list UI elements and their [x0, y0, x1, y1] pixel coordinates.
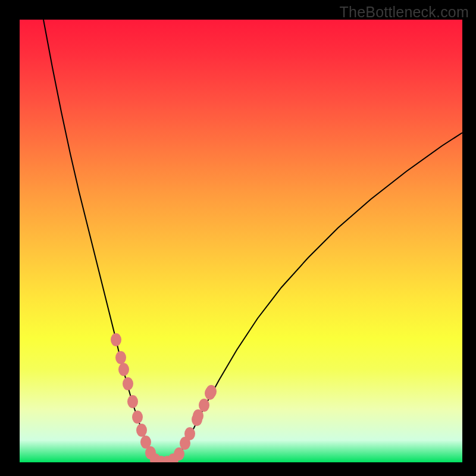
data-marker: [174, 447, 184, 461]
bottleneck-curve: [43, 20, 462, 462]
data-marker: [136, 424, 147, 437]
data-marker: [205, 387, 215, 400]
data-marker: [123, 377, 133, 390]
data-markers: [111, 333, 217, 462]
data-marker: [184, 427, 195, 440]
plot-area: [20, 20, 462, 462]
data-marker: [118, 363, 129, 376]
data-marker: [127, 395, 138, 408]
data-marker: [132, 411, 143, 424]
chart-svg: [20, 20, 462, 462]
chart-frame: TheBottleneck.com: [0, 0, 476, 476]
data-marker: [115, 351, 126, 364]
data-marker: [199, 399, 209, 412]
data-marker: [111, 333, 121, 346]
data-marker: [193, 409, 203, 422]
watermark-text: TheBottleneck.com: [340, 4, 469, 21]
